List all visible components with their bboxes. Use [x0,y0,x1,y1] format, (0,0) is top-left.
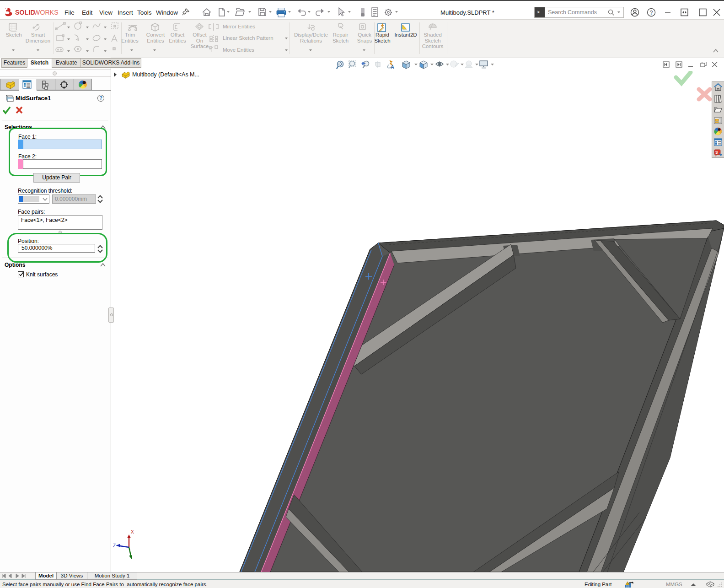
svg-text:Z: Z [113,543,116,548]
svg-text:SOLID: SOLID [15,9,35,16]
svg-text:X: X [131,529,134,534]
svg-text:WORKS: WORKS [34,9,59,16]
svg-text:?: ? [650,10,653,16]
svg-text:S: S [715,150,718,155]
svg-text:A: A [391,64,394,70]
